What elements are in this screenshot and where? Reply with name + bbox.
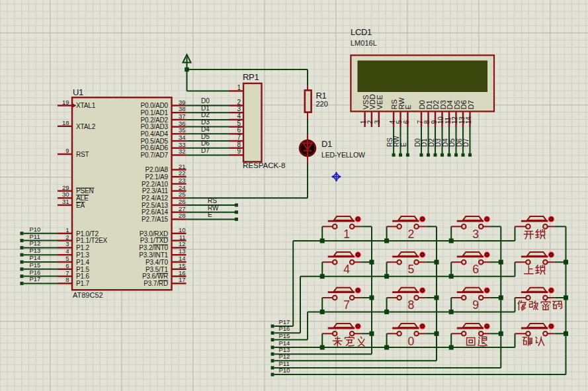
svg-text:D1: D1 xyxy=(321,139,332,149)
svg-text:P0.6/AD6: P0.6/AD6 xyxy=(140,144,168,152)
svg-text:1: 1 xyxy=(343,228,350,241)
svg-text:2: 2 xyxy=(408,228,415,241)
svg-text:2: 2 xyxy=(237,99,241,106)
svg-text:P12: P12 xyxy=(279,353,290,360)
svg-text:VEE: VEE xyxy=(376,95,384,109)
svg-text:D0: D0 xyxy=(414,138,421,147)
svg-text:RW: RW xyxy=(393,136,400,147)
svg-text:P1.0/T2: P1.0/T2 xyxy=(76,230,99,238)
svg-text:P2.1/A9: P2.1/A9 xyxy=(145,173,168,181)
svg-text:P2.4/A12: P2.4/A12 xyxy=(142,195,169,202)
svg-text:RS: RS xyxy=(386,138,394,147)
svg-text:37: 37 xyxy=(179,112,186,120)
svg-text:7: 7 xyxy=(417,120,424,124)
svg-text:D2: D2 xyxy=(428,138,435,147)
svg-text:P1.5: P1.5 xyxy=(76,266,90,273)
svg-text:PSEN: PSEN xyxy=(76,187,94,195)
svg-text:P10: P10 xyxy=(30,226,41,233)
svg-text:RESPACK-8: RESPACK-8 xyxy=(243,161,285,169)
svg-text:E: E xyxy=(208,211,212,218)
svg-text:7: 7 xyxy=(237,134,241,141)
svg-text:5: 5 xyxy=(65,255,69,262)
svg-text:31: 31 xyxy=(62,198,69,205)
svg-text:1: 1 xyxy=(65,226,69,234)
svg-text:XTAL2: XTAL2 xyxy=(76,123,96,130)
svg-text:P0.7/AD7: P0.7/AD7 xyxy=(140,152,168,159)
svg-text:LCD1: LCD1 xyxy=(351,27,372,37)
svg-text:14: 14 xyxy=(465,116,472,124)
svg-text:D5: D5 xyxy=(448,138,456,147)
svg-text:P1.7: P1.7 xyxy=(76,280,90,287)
svg-text:RP1: RP1 xyxy=(243,72,259,82)
svg-text:4: 4 xyxy=(389,120,396,124)
svg-text:22: 22 xyxy=(179,169,186,177)
svg-text:ALE: ALE xyxy=(76,195,89,202)
svg-text:6: 6 xyxy=(403,120,410,124)
svg-text:4: 4 xyxy=(343,263,350,276)
svg-text:D0: D0 xyxy=(201,97,210,105)
svg-text:P2.3/A11: P2.3/A11 xyxy=(142,187,169,195)
svg-text:8: 8 xyxy=(423,120,431,124)
svg-text:6: 6 xyxy=(472,263,479,276)
svg-text:P1.4: P1.4 xyxy=(76,259,90,266)
svg-text:11: 11 xyxy=(444,116,452,124)
svg-text:3: 3 xyxy=(374,120,381,124)
svg-text:220: 220 xyxy=(316,100,328,108)
svg-text:D7: D7 xyxy=(462,138,470,147)
svg-text:D3: D3 xyxy=(435,138,442,147)
svg-text:13: 13 xyxy=(458,116,466,124)
svg-text:P3.5/T1: P3.5/T1 xyxy=(146,266,169,273)
svg-text:39: 39 xyxy=(179,99,186,106)
svg-text:28: 28 xyxy=(179,212,186,219)
svg-text:D2: D2 xyxy=(201,111,210,118)
svg-text:9: 9 xyxy=(65,147,69,154)
svg-text:D7: D7 xyxy=(201,147,210,154)
svg-text:P1.1/T2EX: P1.1/T2EX xyxy=(76,237,107,244)
svg-text:12: 12 xyxy=(179,240,186,247)
svg-text:15: 15 xyxy=(179,262,186,269)
svg-text:P2.0/A8: P2.0/A8 xyxy=(145,166,168,173)
svg-text:P2.7/A15: P2.7/A15 xyxy=(142,216,169,223)
svg-text:19: 19 xyxy=(62,99,69,106)
svg-text:P11: P11 xyxy=(30,233,40,240)
svg-text:XTAL1: XTAL1 xyxy=(76,102,96,109)
svg-text:27: 27 xyxy=(179,205,186,212)
svg-text:4: 4 xyxy=(237,112,241,120)
svg-text:R1: R1 xyxy=(316,91,327,101)
svg-text:9: 9 xyxy=(431,120,438,124)
svg-text:P13: P13 xyxy=(30,247,41,254)
svg-text:9: 9 xyxy=(472,298,479,312)
svg-text:P14: P14 xyxy=(30,254,41,261)
svg-text:17: 17 xyxy=(179,276,186,283)
svg-text:33: 33 xyxy=(179,141,186,148)
svg-text:2: 2 xyxy=(366,120,374,124)
svg-text:21: 21 xyxy=(179,163,186,170)
svg-text:38: 38 xyxy=(179,105,186,112)
svg-text:P3.4/T0: P3.4/T0 xyxy=(146,259,169,266)
svg-text:10: 10 xyxy=(437,116,444,124)
svg-text:P3.1/TXD: P3.1/TXD xyxy=(140,237,168,244)
svg-text:D3: D3 xyxy=(201,118,210,126)
svg-text:D6: D6 xyxy=(456,138,463,147)
svg-text:14: 14 xyxy=(179,255,186,262)
svg-text:5: 5 xyxy=(237,120,241,127)
svg-text:D6: D6 xyxy=(201,140,210,147)
svg-text:AT89C52: AT89C52 xyxy=(73,291,103,299)
svg-text:U1: U1 xyxy=(73,87,83,97)
svg-text:3: 3 xyxy=(472,228,479,241)
svg-text:23: 23 xyxy=(179,177,186,184)
svg-text:25: 25 xyxy=(179,191,186,198)
svg-text:D4: D4 xyxy=(201,126,210,133)
svg-text:30: 30 xyxy=(62,191,69,198)
svg-text:D5: D5 xyxy=(201,133,210,140)
svg-text:P1.2: P1.2 xyxy=(76,244,90,251)
svg-text:13: 13 xyxy=(179,247,186,255)
svg-text:P0.3/AD3: P0.3/AD3 xyxy=(140,123,168,130)
svg-text:8: 8 xyxy=(237,141,241,148)
svg-text:D4: D4 xyxy=(442,138,449,147)
svg-text:7: 7 xyxy=(343,298,350,312)
svg-text:P0.5/AD5: P0.5/AD5 xyxy=(140,138,168,145)
svg-text:P3.6/WR: P3.6/WR xyxy=(142,273,168,280)
svg-text:E: E xyxy=(400,142,407,147)
svg-text:35: 35 xyxy=(179,126,186,134)
